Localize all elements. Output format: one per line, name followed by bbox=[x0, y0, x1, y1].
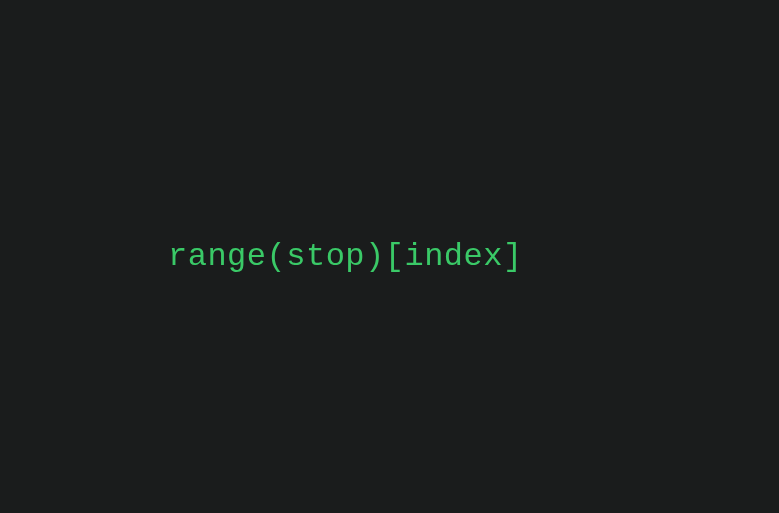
code-expression: range(stop)[index] bbox=[0, 238, 523, 275]
